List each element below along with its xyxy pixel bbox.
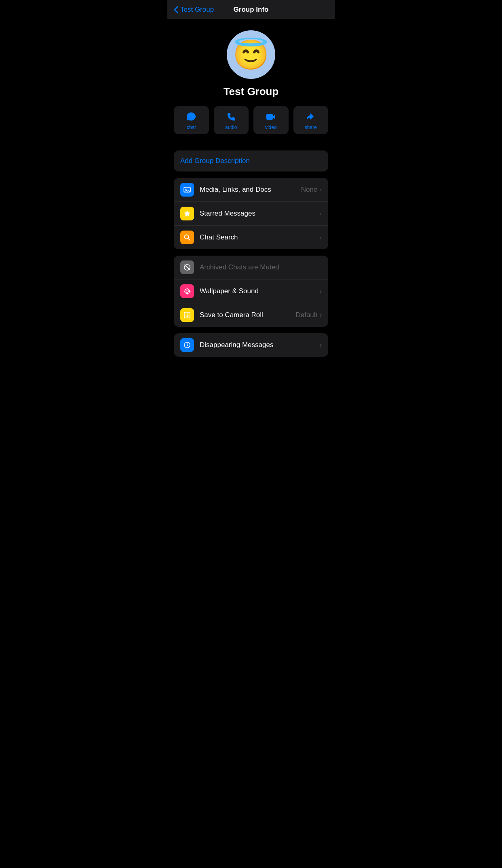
starred-label: Starred Messages <box>200 210 255 218</box>
svg-rect-0 <box>266 114 273 120</box>
video-icon <box>266 112 276 122</box>
starred-icon <box>180 207 194 220</box>
profile-section: 😇 Test Group chat audio video <box>167 19 335 144</box>
camera-roll-row[interactable]: Save to Camera Roll Default › <box>174 303 328 327</box>
starred-row-content: Starred Messages › <box>200 210 322 218</box>
audio-button[interactable]: audio <box>214 106 249 134</box>
wallpaper-icon <box>180 284 194 298</box>
search-row-content: Chat Search › <box>200 233 322 241</box>
starred-messages-row[interactable]: Starred Messages › <box>174 202 328 226</box>
disappearing-label: Disappearing Messages <box>200 341 273 349</box>
share-label: share <box>305 125 317 130</box>
disappearing-icon <box>180 338 194 352</box>
phone-icon <box>226 112 236 122</box>
chat-search-row[interactable]: Chat Search › <box>174 226 328 249</box>
page-title: Group Info <box>234 6 269 14</box>
disappearing-row-content: Disappearing Messages › <box>200 341 322 349</box>
svg-line-5 <box>185 265 190 270</box>
header: Test Group Group Info <box>167 0 335 19</box>
add-description-section[interactable]: Add Group Description <box>174 150 328 171</box>
video-label: video <box>265 125 277 130</box>
camera-row-content: Save to Camera Roll Default › <box>200 311 322 319</box>
wallpaper-label: Wallpaper & Sound <box>200 287 259 295</box>
media-section: Media, Links, and Docs None › Starred Me… <box>174 178 328 249</box>
media-links-docs-row[interactable]: Media, Links, and Docs None › <box>174 178 328 202</box>
avatar-emoji: 😇 <box>233 38 269 72</box>
starred-chevron: › <box>320 210 322 217</box>
wallpaper-row-content: Wallpaper & Sound › <box>200 287 322 295</box>
disappearing-row[interactable]: Disappearing Messages › <box>174 333 328 357</box>
action-buttons: chat audio video share <box>174 106 328 134</box>
share-button[interactable]: share <box>293 106 329 134</box>
back-button[interactable]: Test Group <box>174 6 214 14</box>
archived-icon <box>180 260 194 274</box>
group-name: Test Group <box>224 85 279 98</box>
wallpaper-chevron: › <box>320 288 322 294</box>
bottom-section: Disappearing Messages › <box>174 333 328 357</box>
search-icon <box>180 231 194 244</box>
chat-label: chat <box>187 125 196 130</box>
search-chevron: › <box>320 234 322 241</box>
svg-point-7 <box>186 290 188 292</box>
archived-row[interactable]: Archived Chats are Muted <box>174 256 328 279</box>
svg-line-4 <box>188 239 190 241</box>
share-icon <box>306 112 316 122</box>
search-value: › <box>320 234 322 241</box>
camera-chevron: › <box>320 312 322 318</box>
media-label: Media, Links, and Docs <box>200 186 271 194</box>
audio-label: audio <box>225 125 237 130</box>
wallpaper-value: › <box>320 288 322 294</box>
add-description-text: Add Group Description <box>180 157 250 165</box>
camera-value: Default › <box>295 311 322 319</box>
avatar[interactable]: 😇 <box>227 30 275 79</box>
media-icon <box>180 183 194 197</box>
settings-section: Archived Chats are Muted Wallpaper & Sou… <box>174 256 328 327</box>
wallpaper-sound-row[interactable]: Wallpaper & Sound › <box>174 279 328 303</box>
archived-row-content: Archived Chats are Muted <box>200 263 322 271</box>
svg-point-6 <box>185 289 190 294</box>
media-row-content: Media, Links, and Docs None › <box>200 186 322 194</box>
search-label: Chat Search <box>200 233 238 241</box>
chat-icon <box>186 112 196 122</box>
svg-point-2 <box>186 189 187 190</box>
starred-value: › <box>320 210 322 217</box>
media-chevron: › <box>320 186 322 193</box>
media-value: None › <box>301 186 322 194</box>
archived-label: Archived Chats are Muted <box>200 263 279 271</box>
camera-label: Save to Camera Roll <box>200 311 263 319</box>
disappearing-chevron: › <box>320 342 322 348</box>
video-button[interactable]: video <box>253 106 289 134</box>
chat-button[interactable]: chat <box>174 106 209 134</box>
back-label: Test Group <box>180 6 214 14</box>
camera-roll-icon <box>180 308 194 322</box>
